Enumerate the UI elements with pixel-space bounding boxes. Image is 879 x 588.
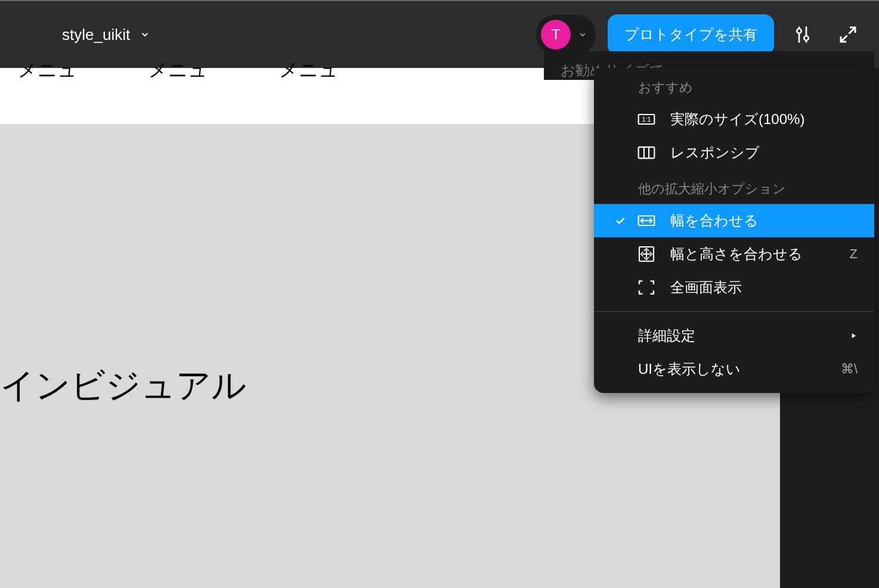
- avatar: T: [541, 20, 571, 49]
- hide-ui-label: UIを表示しない: [638, 360, 841, 379]
- expand-icon: [837, 24, 859, 45]
- menu-divider: [594, 311, 874, 312]
- sliders-icon: [792, 24, 813, 45]
- fit-width-label: 幅を合わせる: [670, 211, 858, 230]
- menu-actual-size[interactable]: 1:1 実際のサイズ(100%): [594, 103, 874, 136]
- menu-item-1[interactable]: メニュ: [18, 57, 77, 83]
- fullscreen-label: 全画面表示: [670, 278, 858, 297]
- responsive-label: レスポンシブ: [670, 143, 858, 162]
- svg-line-5: [841, 36, 847, 42]
- section-other-zoom-header: 他の拡大縮小オプション: [594, 169, 874, 204]
- file-name: style_uikit: [62, 26, 130, 44]
- file-selector[interactable]: style_uikit: [62, 26, 150, 44]
- fit-width-icon: [637, 211, 656, 230]
- chevron-down-icon: [140, 29, 150, 40]
- fit-width-height-shortcut: Z: [850, 246, 858, 262]
- advanced-label: 詳細設定: [638, 326, 849, 345]
- options-button[interactable]: [786, 18, 819, 51]
- menu-responsive[interactable]: レスポンシブ: [594, 136, 874, 169]
- main-visual-text: インビジュアル: [0, 363, 246, 409]
- section-recommended-header: おすすめ: [594, 68, 874, 103]
- check-icon: [611, 215, 630, 227]
- avatar-dropdown[interactable]: T: [536, 15, 596, 54]
- actual-size-label: 実際のサイズ(100%): [670, 110, 858, 129]
- svg-marker-17: [852, 333, 856, 338]
- submenu-arrow-icon: [849, 332, 858, 340]
- menu-fit-width[interactable]: 幅を合わせる: [594, 204, 874, 237]
- svg-point-2: [797, 29, 801, 33]
- svg-rect-9: [639, 147, 655, 159]
- chevron-down-icon: [578, 30, 587, 39]
- zoom-options-dropdown: おすすめ 1:1 実際のサイズ(100%) レスポンシブ 他の拡大縮小オプション: [594, 68, 874, 393]
- hide-ui-shortcut: ⌘\: [841, 361, 858, 377]
- svg-text:1:1: 1:1: [642, 116, 651, 123]
- menu-fullscreen[interactable]: 全画面表示: [594, 271, 874, 304]
- avatar-initial: T: [552, 26, 561, 43]
- fit-width-height-icon: [637, 245, 656, 264]
- fit-width-height-label: 幅と高さを合わせる: [670, 245, 850, 264]
- toolbar-right: T プロトタイプを共有: [536, 14, 865, 55]
- responsive-icon: [637, 143, 656, 162]
- expand-button[interactable]: [831, 18, 865, 51]
- menu-fit-width-height[interactable]: 幅と高さを合わせる Z: [594, 237, 874, 271]
- svg-line-4: [849, 27, 856, 34]
- menu-hide-ui[interactable]: UIを表示しない ⌘\: [594, 352, 874, 386]
- fullscreen-icon: [637, 278, 656, 297]
- menu-item-3[interactable]: メニュ: [279, 57, 338, 83]
- menu-advanced-settings[interactable]: 詳細設定: [594, 319, 874, 352]
- actual-size-icon: 1:1: [637, 110, 656, 129]
- svg-point-3: [804, 36, 809, 41]
- menu-item-2[interactable]: メニュ: [148, 57, 208, 83]
- share-prototype-button[interactable]: プロトタイプを共有: [608, 14, 774, 55]
